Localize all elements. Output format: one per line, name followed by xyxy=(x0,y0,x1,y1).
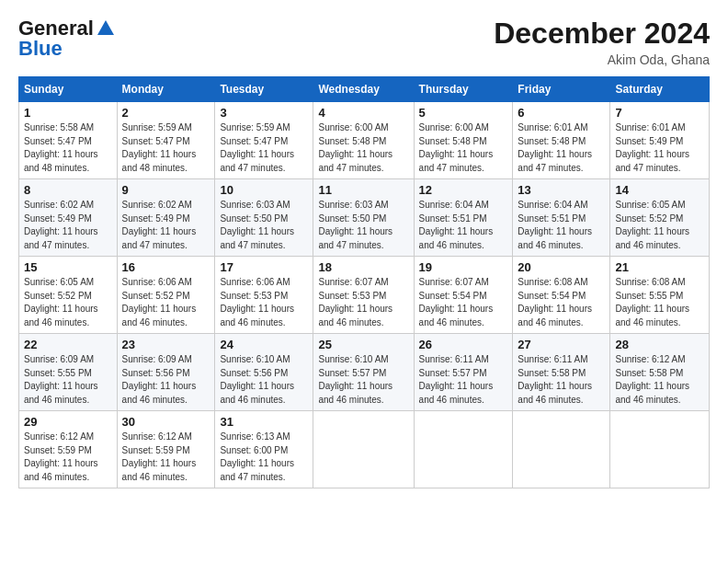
table-row: 13 Sunrise: 6:04 AMSunset: 5:51 PMDaylig… xyxy=(513,179,610,257)
day-info: Sunrise: 6:02 AMSunset: 5:49 PMDaylight:… xyxy=(24,200,98,250)
day-info: Sunrise: 5:58 AMSunset: 5:47 PMDaylight:… xyxy=(24,122,98,173)
day-number: 16 xyxy=(122,260,210,274)
day-number: 27 xyxy=(518,338,605,351)
table-row: 24 Sunrise: 6:10 AMSunset: 5:56 PMDaylig… xyxy=(215,334,313,411)
day-info: Sunrise: 6:01 AMSunset: 5:48 PMDaylight:… xyxy=(518,122,592,173)
day-info: Sunrise: 6:12 AMSunset: 5:58 PMDaylight:… xyxy=(615,354,689,405)
title-block: December 2024 Akim Oda, Ghana xyxy=(494,17,710,67)
day-info: Sunrise: 6:02 AMSunset: 5:49 PMDaylight:… xyxy=(122,200,197,250)
day-number: 30 xyxy=(122,415,210,429)
table-row: 28 Sunrise: 6:12 AMSunset: 5:58 PMDaylig… xyxy=(610,334,710,411)
day-info: Sunrise: 5:59 AMSunset: 5:47 PMDaylight:… xyxy=(220,122,294,173)
logo-blue: Blue xyxy=(18,37,63,61)
table-row: 8 Sunrise: 6:02 AMSunset: 5:49 PMDayligh… xyxy=(19,179,118,257)
day-info: Sunrise: 6:01 AMSunset: 5:49 PMDaylight:… xyxy=(615,122,689,173)
day-info: Sunrise: 6:00 AMSunset: 5:48 PMDaylight:… xyxy=(419,122,494,173)
day-number: 24 xyxy=(220,338,308,351)
table-row xyxy=(610,411,710,488)
table-row: 16 Sunrise: 6:06 AMSunset: 5:52 PMDaylig… xyxy=(117,257,215,334)
day-number: 11 xyxy=(318,183,408,197)
day-number: 17 xyxy=(220,260,308,274)
day-number: 19 xyxy=(419,260,508,274)
col-sunday: Sunday xyxy=(19,77,118,102)
day-number: 8 xyxy=(24,183,112,197)
table-row: 3 Sunrise: 5:59 AMSunset: 5:47 PMDayligh… xyxy=(215,102,313,179)
table-row: 22 Sunrise: 6:09 AMSunset: 5:55 PMDaylig… xyxy=(19,334,118,411)
table-row: 26 Sunrise: 6:11 AMSunset: 5:57 PMDaylig… xyxy=(414,334,513,411)
day-info: Sunrise: 6:11 AMSunset: 5:58 PMDaylight:… xyxy=(518,354,592,405)
table-row xyxy=(414,411,513,488)
day-number: 21 xyxy=(615,260,704,274)
table-row: 31 Sunrise: 6:13 AMSunset: 6:00 PMDaylig… xyxy=(215,411,313,488)
day-info: Sunrise: 6:06 AMSunset: 5:53 PMDaylight:… xyxy=(220,277,294,327)
table-row: 15 Sunrise: 6:05 AMSunset: 5:52 PMDaylig… xyxy=(19,257,118,334)
day-number: 2 xyxy=(122,106,210,120)
day-number: 18 xyxy=(318,260,408,274)
day-number: 29 xyxy=(24,415,112,429)
table-row: 2 Sunrise: 5:59 AMSunset: 5:47 PMDayligh… xyxy=(117,102,215,179)
table-row: 1 Sunrise: 5:58 AMSunset: 5:47 PMDayligh… xyxy=(19,102,118,179)
table-row: 25 Sunrise: 6:10 AMSunset: 5:57 PMDaylig… xyxy=(313,334,414,411)
day-number: 1 xyxy=(24,106,112,120)
table-row: 20 Sunrise: 6:08 AMSunset: 5:54 PMDaylig… xyxy=(513,257,610,334)
day-number: 15 xyxy=(24,260,112,274)
day-number: 13 xyxy=(518,183,605,197)
day-info: Sunrise: 6:05 AMSunset: 5:52 PMDaylight:… xyxy=(24,277,98,327)
month-title: December 2024 xyxy=(494,17,710,51)
day-info: Sunrise: 6:08 AMSunset: 5:55 PMDaylight:… xyxy=(615,277,689,327)
day-info: Sunrise: 6:04 AMSunset: 5:51 PMDaylight:… xyxy=(518,200,592,250)
day-number: 4 xyxy=(318,106,408,120)
col-friday: Friday xyxy=(513,77,610,102)
day-info: Sunrise: 6:12 AMSunset: 5:59 PMDaylight:… xyxy=(24,431,98,482)
day-number: 25 xyxy=(318,338,408,351)
day-number: 28 xyxy=(615,338,704,351)
col-monday: Monday xyxy=(117,77,215,102)
day-number: 9 xyxy=(122,183,210,197)
day-info: Sunrise: 6:00 AMSunset: 5:48 PMDaylight:… xyxy=(318,122,392,173)
table-row: 7 Sunrise: 6:01 AMSunset: 5:49 PMDayligh… xyxy=(610,102,710,179)
table-row: 21 Sunrise: 6:08 AMSunset: 5:55 PMDaylig… xyxy=(610,257,710,334)
col-tuesday: Tuesday xyxy=(215,77,313,102)
logo-icon xyxy=(96,18,116,39)
table-row: 10 Sunrise: 6:03 AMSunset: 5:50 PMDaylig… xyxy=(215,179,313,257)
table-row: 14 Sunrise: 6:05 AMSunset: 5:52 PMDaylig… xyxy=(610,179,710,257)
table-row: 27 Sunrise: 6:11 AMSunset: 5:58 PMDaylig… xyxy=(513,334,610,411)
table-row xyxy=(313,411,414,488)
day-number: 3 xyxy=(220,106,308,120)
day-info: Sunrise: 6:05 AMSunset: 5:52 PMDaylight:… xyxy=(615,200,689,250)
svg-marker-0 xyxy=(97,20,114,35)
calendar-table: Sunday Monday Tuesday Wednesday Thursday… xyxy=(18,76,710,488)
location: Akim Oda, Ghana xyxy=(494,52,710,67)
logo: General Blue xyxy=(18,17,116,61)
table-row: 5 Sunrise: 6:00 AMSunset: 5:48 PMDayligh… xyxy=(414,102,513,179)
calendar-week-row: 22 Sunrise: 6:09 AMSunset: 5:55 PMDaylig… xyxy=(19,334,710,411)
calendar-header-row: Sunday Monday Tuesday Wednesday Thursday… xyxy=(19,77,710,102)
day-info: Sunrise: 6:09 AMSunset: 5:55 PMDaylight:… xyxy=(24,354,98,405)
day-number: 26 xyxy=(419,338,508,351)
col-thursday: Thursday xyxy=(414,77,513,102)
calendar-week-row: 15 Sunrise: 6:05 AMSunset: 5:52 PMDaylig… xyxy=(19,257,710,334)
header: General Blue December 2024 Akim Oda, Gha… xyxy=(18,17,710,67)
day-info: Sunrise: 6:08 AMSunset: 5:54 PMDaylight:… xyxy=(518,277,592,327)
table-row: 18 Sunrise: 6:07 AMSunset: 5:53 PMDaylig… xyxy=(313,257,414,334)
day-info: Sunrise: 6:12 AMSunset: 5:59 PMDaylight:… xyxy=(122,431,197,482)
day-info: Sunrise: 6:03 AMSunset: 5:50 PMDaylight:… xyxy=(318,200,392,250)
table-row: 6 Sunrise: 6:01 AMSunset: 5:48 PMDayligh… xyxy=(513,102,610,179)
day-number: 6 xyxy=(518,106,605,120)
day-info: Sunrise: 6:09 AMSunset: 5:56 PMDaylight:… xyxy=(122,354,197,405)
day-info: Sunrise: 6:11 AMSunset: 5:57 PMDaylight:… xyxy=(419,354,494,405)
day-info: Sunrise: 6:13 AMSunset: 6:00 PMDaylight:… xyxy=(220,431,294,482)
col-wednesday: Wednesday xyxy=(313,77,414,102)
col-saturday: Saturday xyxy=(610,77,710,102)
day-number: 14 xyxy=(615,183,704,197)
day-number: 20 xyxy=(518,260,605,274)
day-number: 7 xyxy=(615,106,704,120)
day-info: Sunrise: 6:03 AMSunset: 5:50 PMDaylight:… xyxy=(220,200,294,250)
day-info: Sunrise: 6:07 AMSunset: 5:54 PMDaylight:… xyxy=(419,277,494,327)
day-info: Sunrise: 6:04 AMSunset: 5:51 PMDaylight:… xyxy=(419,200,494,250)
table-row: 30 Sunrise: 6:12 AMSunset: 5:59 PMDaylig… xyxy=(117,411,215,488)
day-number: 23 xyxy=(122,338,210,351)
page: General Blue December 2024 Akim Oda, Gha… xyxy=(0,0,728,498)
calendar-week-row: 29 Sunrise: 6:12 AMSunset: 5:59 PMDaylig… xyxy=(19,411,710,488)
table-row xyxy=(513,411,610,488)
